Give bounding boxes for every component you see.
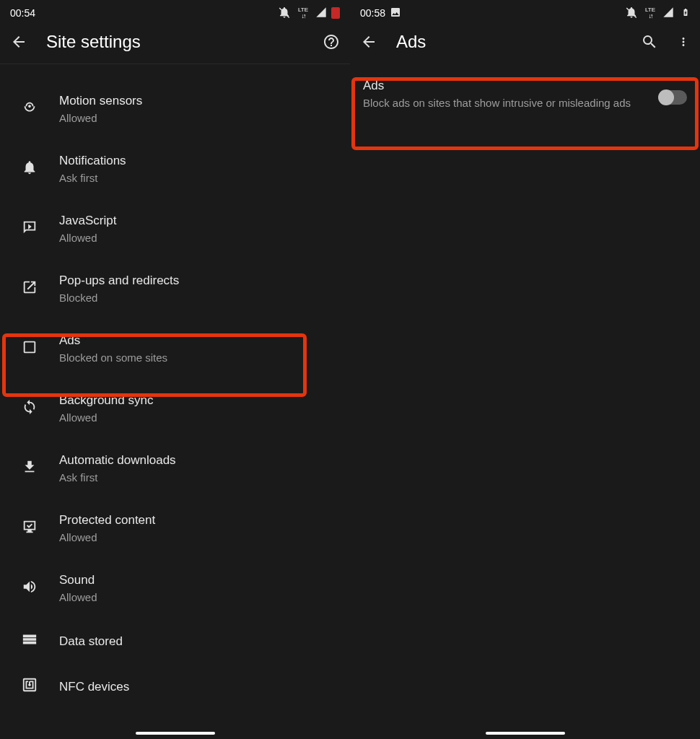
item-subtitle: Blocked <box>59 291 350 305</box>
status-bar: 00:58 LTE↓↑ <box>350 0 700 25</box>
sound-item[interactable]: Sound Allowed <box>0 560 350 616</box>
sound-icon <box>22 579 38 598</box>
settings-list: Motion sensors Allowed Notifications Ask… <box>0 64 350 707</box>
protected-content-item[interactable]: Protected content Allowed <box>0 500 350 556</box>
do-not-disturb-icon <box>275 6 291 21</box>
item-subtitle: Allowed <box>59 530 350 545</box>
item-subtitle: Ask first <box>59 471 350 485</box>
battery-charging-icon <box>678 6 690 21</box>
javascript-item[interactable]: JavaScript Allowed <box>0 201 350 257</box>
lte-icon: LTE↓↑ <box>645 7 655 19</box>
app-header: Site settings <box>0 25 350 64</box>
item-subtitle: Allowed <box>59 231 350 245</box>
item-title: JavaScript <box>59 212 350 229</box>
protected-icon <box>22 519 38 538</box>
item-title: Background sync <box>59 392 350 409</box>
nfc-icon <box>22 677 38 696</box>
item-subtitle: Allowed <box>59 111 350 126</box>
item-title: Pop-ups and redirects <box>59 272 350 289</box>
item-title: Ads <box>59 332 350 349</box>
page-title: Site settings <box>46 32 304 52</box>
page-title: Ads <box>396 32 622 52</box>
site-settings-screen: 00:54 LTE↓↑ Site settings Motion sensors <box>0 0 350 739</box>
battery-low-icon <box>331 7 340 19</box>
status-bar: 00:54 LTE↓↑ <box>0 0 350 25</box>
ads-toggle-switch[interactable] <box>660 90 687 105</box>
ads-icon <box>22 339 38 358</box>
back-button[interactable] <box>360 33 377 51</box>
gesture-bar <box>136 732 215 735</box>
popup-icon <box>22 279 38 298</box>
item-subtitle: Blocked on some sites <box>59 351 350 365</box>
download-icon <box>22 459 38 478</box>
ads-toggle-row[interactable]: Ads Block ads on sites that show intrusi… <box>350 67 700 123</box>
auto-downloads-item[interactable]: Automatic downloads Ask first <box>0 440 350 497</box>
nfc-item[interactable]: NFC devices <box>0 665 350 707</box>
sync-icon <box>22 399 38 418</box>
ads-item[interactable]: Ads Blocked on some sites <box>0 320 350 377</box>
signal-icon <box>312 6 327 20</box>
background-sync-item[interactable]: Background sync Allowed <box>0 380 350 437</box>
signal-icon <box>660 6 674 20</box>
notifications-item[interactable]: Notifications Ask first <box>0 141 350 197</box>
bell-icon <box>22 159 38 178</box>
item-title: NFC devices <box>59 678 350 696</box>
motion-sensors-item[interactable]: Motion sensors Allowed <box>0 81 350 137</box>
toggle-title: Ads <box>363 77 651 95</box>
item-subtitle: Allowed <box>59 411 350 425</box>
item-title: Data stored <box>59 633 350 650</box>
item-title: Motion sensors <box>59 92 350 110</box>
motion-icon <box>22 100 38 118</box>
ads-screen: 00:58 LTE↓↑ Ads <box>350 0 700 739</box>
item-subtitle: Allowed <box>59 590 350 605</box>
search-button[interactable] <box>641 33 658 51</box>
item-subtitle: Ask first <box>59 171 350 185</box>
more-button[interactable] <box>677 33 690 51</box>
popups-item[interactable]: Pop-ups and redirects Blocked <box>0 261 350 317</box>
item-title: Protected content <box>59 512 350 529</box>
gesture-bar <box>486 732 565 735</box>
image-icon <box>390 6 401 20</box>
toggle-description: Block ads on sites that show intrusive o… <box>363 96 651 110</box>
item-title: Notifications <box>59 152 350 170</box>
storage-icon <box>22 631 38 650</box>
status-clock: 00:54 <box>10 7 35 19</box>
lte-icon: LTE↓↑ <box>298 7 308 19</box>
js-icon <box>22 219 38 238</box>
item-title: Sound <box>59 572 350 589</box>
help-button[interactable] <box>323 33 340 51</box>
do-not-disturb-icon <box>622 6 638 21</box>
status-clock: 00:58 <box>360 7 385 19</box>
back-button[interactable] <box>10 33 27 51</box>
data-stored-item[interactable]: Data stored <box>0 620 350 662</box>
item-title: Automatic downloads <box>59 452 350 469</box>
app-header: Ads <box>350 25 700 64</box>
